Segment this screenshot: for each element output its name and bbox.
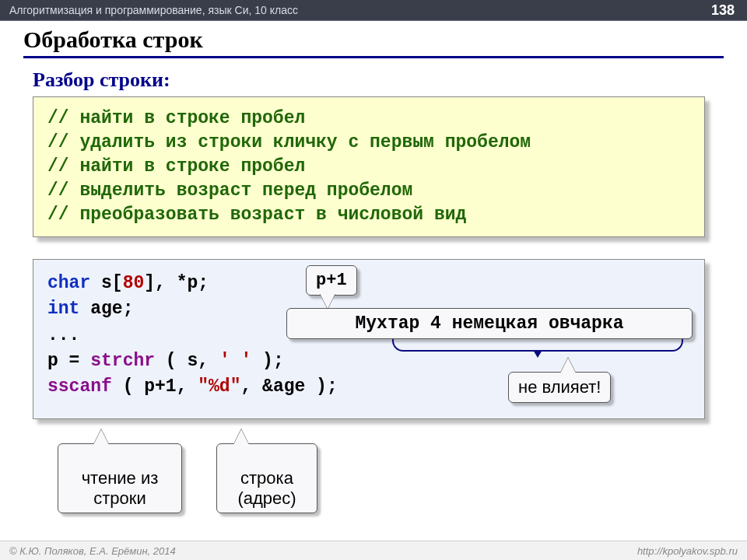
comment-line: // найти в строке пробел — [47, 108, 305, 128]
callout-label: Мухтар 4 немецкая овчарка — [355, 313, 623, 334]
kw-char: char — [47, 273, 90, 293]
callout-tail — [320, 293, 335, 309]
footer: © К.Ю. Поляков, Е.А. Ерёмин, 2014 http:/… — [0, 541, 747, 560]
comment-line: // преобразовать возраст в числовой вид — [47, 205, 466, 225]
callout-string-addr: строка (адрес) — [216, 443, 317, 513]
callout-tail — [93, 429, 109, 445]
code-text: ... — [47, 325, 79, 345]
code-text: age; — [79, 299, 133, 319]
callout-label: строка (адрес) — [237, 468, 296, 507]
callout-label: не влияет! — [518, 377, 601, 397]
kw-int: int — [47, 299, 79, 319]
fn-strchr: strchr — [90, 351, 155, 371]
page-number: 138 — [711, 2, 738, 19]
callout-p-plus-1: p+1 — [306, 265, 357, 296]
header-bar: Алгоритмизация и программирование, язык … — [0, 0, 747, 21]
comment-line: // выделить возраст перед пробелом — [47, 180, 412, 201]
code-text: ], *p; — [144, 273, 209, 293]
slide: Алгоритмизация и программирование, язык … — [0, 0, 747, 560]
code-text: s[ — [90, 273, 122, 293]
comment-line: // найти в строке пробел — [47, 156, 305, 177]
code-text: ( s, — [155, 351, 219, 371]
callout-label: чтение из строки — [82, 468, 159, 507]
callout-no-effect: не влияет! — [508, 372, 611, 403]
code-text: p = — [47, 351, 90, 371]
code-text: , &age ); — [240, 376, 337, 397]
callout-tail — [560, 358, 576, 373]
fmt-d: "%d" — [198, 376, 240, 397]
code-text: ( p+1, — [112, 376, 198, 397]
brace-icon — [392, 339, 683, 352]
code-text: ); — [251, 351, 283, 371]
callout-tail — [233, 429, 249, 445]
section-heading: Разбор строки: — [33, 68, 170, 92]
footer-left: © К.Ю. Поляков, Е.А. Ерёмин, 2014 — [9, 545, 176, 557]
fn-sscanf: sscanf — [47, 376, 112, 397]
callout-read-from-string: чтение из строки — [58, 443, 182, 513]
callout-label: p+1 — [316, 271, 347, 290]
callout-example-string: Мухтар 4 немецкая овчарка — [286, 308, 693, 339]
num-80: 80 — [123, 273, 145, 293]
str-space: ' ' — [219, 351, 251, 371]
comment-line: // удалить из строки кличку с первым про… — [47, 132, 531, 152]
footer-right: http://kpolyakov.spb.ru — [637, 545, 738, 557]
comment-block: // найти в строке пробел // удалить из с… — [33, 96, 705, 237]
page-title: Обработка строк — [23, 26, 724, 58]
breadcrumb: Алгоритмизация и программирование, язык … — [9, 4, 298, 16]
